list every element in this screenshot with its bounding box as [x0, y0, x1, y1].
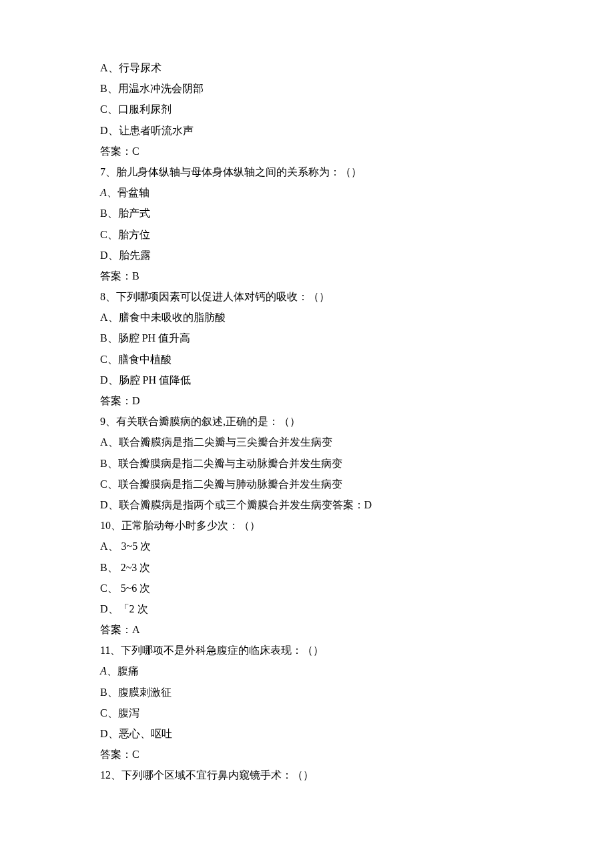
text-line: B、 2~3 次 — [100, 557, 514, 578]
text-line: 10、正常胎动每小时多少次：（） — [100, 515, 514, 536]
text-line: A、骨盆轴 — [100, 182, 514, 203]
text-line: A、膳食中未吸收的脂肪酸 — [100, 307, 514, 328]
text-rest: 、腹痛 — [107, 665, 139, 677]
text-line: B、用温水冲洗会阴部 — [100, 78, 514, 99]
text-line: 8、下列哪项因素可以促进人体对钙的吸收：（） — [100, 286, 514, 307]
italic-letter: A — [100, 187, 107, 198]
text-line: D、胎先露 — [100, 245, 514, 266]
text-line: C、口服利尿剂 — [100, 99, 514, 119]
text-line: 12、下列哪个区域不宜行鼻内窥镜手术：（） — [100, 765, 514, 785]
text-line: B、肠腔 PH 值升高 — [100, 328, 514, 348]
text-line: A、行导尿术 — [100, 57, 514, 78]
document-body: A、行导尿术B、用温水冲洗会阴部C、口服利尿剂D、让患者听流水声答案：C7、胎儿… — [100, 57, 514, 786]
text-line: A、腹痛 — [100, 661, 514, 681]
text-line: A、 3~5 次 — [100, 536, 514, 556]
italic-letter: A — [100, 665, 107, 677]
text-rest: 、骨盆轴 — [107, 187, 149, 198]
text-line: 答案：C — [100, 744, 514, 765]
text-line: D、恶心、呕吐 — [100, 723, 514, 744]
text-line: C、 5~6 次 — [100, 578, 514, 598]
text-line: B、腹膜刺激征 — [100, 682, 514, 703]
text-line: 7、胎儿身体纵轴与母体身体纵轴之间的关系称为：（） — [100, 161, 514, 182]
text-line: 答案：B — [100, 266, 514, 286]
text-line: D、让患者听流水声 — [100, 120, 514, 141]
text-line: B、胎产式 — [100, 203, 514, 224]
text-line: C、腹泻 — [100, 703, 514, 723]
text-line: D、「2 次 — [100, 598, 514, 619]
text-line: 答案：A — [100, 619, 514, 640]
text-line: 9、有关联合瓣膜病的叙述,正确的是：（） — [100, 411, 514, 432]
text-line: C、膳食中植酸 — [100, 349, 514, 370]
text-line: D、肠腔 PH 值降低 — [100, 370, 514, 390]
text-line: 答案：C — [100, 141, 514, 161]
text-line: 11、下列哪项不是外科急腹症的临床表现：（） — [100, 640, 514, 661]
text-line: A、联合瓣膜病是指二尖瓣与三尖瓣合并发生病变 — [100, 432, 514, 452]
text-line: 答案：D — [100, 390, 514, 411]
text-line: C、联合瓣膜病是指二尖瓣与肺动脉瓣合并发生病变 — [100, 474, 514, 494]
document-page: A、行导尿术B、用温水冲洗会阴部C、口服利尿剂D、让患者听流水声答案：C7、胎儿… — [0, 0, 614, 826]
text-line: B、联合瓣膜病是指二尖瓣与主动脉瓣合并发生病变 — [100, 453, 514, 474]
text-line: C、胎方位 — [100, 224, 514, 245]
text-line: D、联合瓣膜病是指两个或三个瓣膜合并发生病变答案：D — [100, 494, 514, 515]
